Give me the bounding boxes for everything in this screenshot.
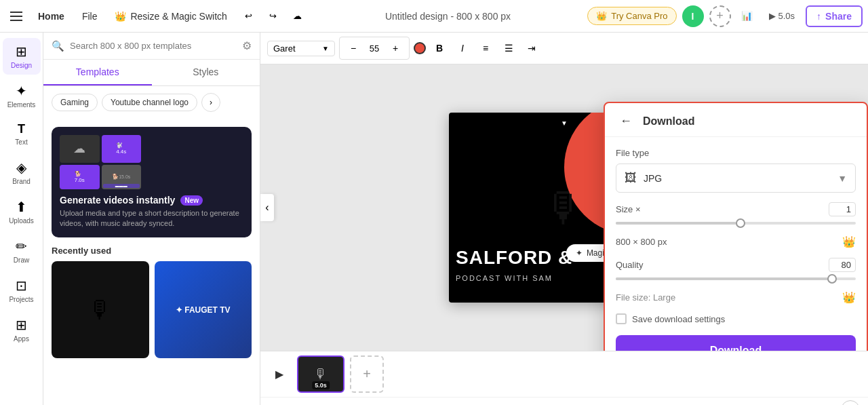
play-icon: ▶ <box>769 11 776 21</box>
left-panel: 🔍 ⚙ Templates Styles Gaming Youtube chan… <box>43 33 260 405</box>
color-picker[interactable] <box>414 42 426 54</box>
sidebar-label-uploads: Uploads <box>9 217 34 225</box>
file-type-selector[interactable]: 🖼 JPG ▼ <box>616 163 856 193</box>
new-badge: New <box>180 195 203 206</box>
size-slider-track <box>616 222 856 225</box>
timeline: ▶ 🎙 5.0s + 📝 Notes ⏱ Duration <box>260 351 868 405</box>
align-button[interactable]: ≡ <box>476 39 495 58</box>
generate-videos-card[interactable]: ☁ 🐩4.4s 🐕7.0s 🐕15.0s ▬▬▬ Generate videos… <box>52 127 252 237</box>
collapse-left-button[interactable]: ‹ <box>260 194 274 221</box>
tag-gaming[interactable]: Gaming <box>52 94 98 111</box>
play-time-display[interactable]: ▶ 5.0s <box>764 8 801 24</box>
bold-button[interactable]: B <box>430 39 449 58</box>
list-button[interactable]: ☰ <box>499 39 518 58</box>
font-size-decrease-button[interactable]: − <box>344 39 363 58</box>
apps-icon: ⊞ <box>16 317 27 333</box>
sidebar-label-elements: Elements <box>7 101 36 109</box>
quality-value[interactable]: 80 <box>829 258 856 272</box>
design-title: Untitled design - 800 x 800 px <box>313 11 583 22</box>
quality-slider-fill <box>616 277 832 280</box>
play-button[interactable]: ▶ <box>269 364 290 385</box>
try-pro-button[interactable]: 👑 Try Canva Pro <box>587 7 676 25</box>
canvas-salford-text: SALFORD & <box>456 247 572 269</box>
panel-header: ← Download <box>605 103 867 137</box>
tab-styles[interactable]: Styles <box>152 60 260 85</box>
grid-view-button[interactable]: ⊞ <box>792 400 811 405</box>
left-panel-content: ☁ 🐩4.4s 🐕7.0s 🐕15.0s ▬▬▬ Generate videos… <box>43 119 260 405</box>
format-bar: Garet ▼ − + B I ≡ ☰ ⇥ <box>260 33 868 64</box>
sidebar-item-apps[interactable]: ⊞ Apps <box>3 311 41 348</box>
recent-item-2[interactable]: ✦ FAUGET TV <box>155 261 252 359</box>
category-tags: Gaming Youtube channel logo › <box>43 86 260 119</box>
sidebar-item-brand[interactable]: ◈ Brand <box>3 154 41 191</box>
sidebar-item-projects[interactable]: ⊡ Projects <box>3 272 41 309</box>
design-icon: ⊞ <box>16 43 27 60</box>
home-button[interactable]: Home <box>31 7 71 26</box>
file-type-text: JPG <box>644 173 837 184</box>
draw-icon: ✏ <box>16 238 27 254</box>
font-chevron-icon: ▼ <box>322 45 329 52</box>
italic-button[interactable]: I <box>453 39 472 58</box>
undo-button[interactable]: ↩ <box>238 5 260 27</box>
sidebar-item-uploads[interactable]: ⬆ Uploads <box>3 193 41 230</box>
topbar-right-actions: 👑 Try Canva Pro I + 📊 ▶ 5.0s ↑ Share <box>587 5 863 27</box>
font-selector[interactable]: Garet ▼ <box>267 41 335 56</box>
preview-grid: ☁ 🐩4.4s 🐕7.0s 🐕15.0s ▬▬▬ <box>60 135 141 189</box>
sidebar-label-text: Text <box>15 138 27 146</box>
quality-slider-thumb[interactable] <box>827 274 837 284</box>
resize-magic-switch[interactable]: 👑 Resize & Magic Switch <box>108 7 233 26</box>
crown-icon: 👑 <box>842 291 856 304</box>
timeline-thumb-1[interactable]: 🎙 5.0s <box>297 355 344 393</box>
help-button[interactable]: ? <box>841 400 860 405</box>
sidebar-item-draw[interactable]: ✏ Draw <box>3 233 41 269</box>
view-controls: 🖥 41% ⊞ ⤢ ? <box>688 400 860 405</box>
add-team-button[interactable]: + <box>709 5 731 27</box>
sidebar-label-draw: Draw <box>14 256 29 264</box>
size-slider-fill <box>616 222 736 225</box>
panel-title: Download <box>643 115 694 128</box>
tag-youtube-channel-logo[interactable]: Youtube channel logo <box>102 94 197 111</box>
sidebar-label-projects: Projects <box>9 296 33 303</box>
search-input[interactable] <box>70 41 237 51</box>
thumb-duration-label: 5.0s <box>312 381 330 389</box>
search-bar: 🔍 ⚙ <box>43 33 260 60</box>
tag-next-arrow[interactable]: › <box>201 93 220 112</box>
font-size-control: − + <box>339 37 410 60</box>
cloud-save-button[interactable]: ☁ <box>287 5 309 27</box>
panel-back-button[interactable]: ← <box>616 113 636 130</box>
analytics-button[interactable]: 📊 <box>736 5 758 27</box>
uploads-icon: ⬆ <box>16 199 27 215</box>
user-avatar[interactable]: I <box>682 5 704 27</box>
font-size-increase-button[interactable]: + <box>386 39 405 58</box>
sidebar-item-text[interactable]: T Text <box>3 117 41 151</box>
redo-button[interactable]: ↪ <box>262 5 284 27</box>
menu-button[interactable] <box>5 5 27 27</box>
filesize-label: File size: Large <box>616 292 842 303</box>
add-slide-button[interactable]: + <box>350 355 384 393</box>
filter-icon[interactable]: ⚙ <box>242 39 252 52</box>
brand-icon: ◈ <box>16 159 26 176</box>
tab-templates[interactable]: Templates <box>43 60 152 85</box>
size-value[interactable]: 1 <box>829 202 856 216</box>
sidebar-label-apps: Apps <box>14 335 29 343</box>
preview-cell-1: ☁ <box>60 135 100 163</box>
download-button[interactable]: Download <box>616 335 856 351</box>
quality-row: Quality 80 <box>616 258 856 272</box>
file-menu[interactable]: File <box>75 7 104 26</box>
recently-used-label: Recently used <box>52 246 252 256</box>
generate-desc: Upload media and type a short descriptio… <box>60 208 243 229</box>
main-body: ⊞ Design ✦ Elements T Text ◈ Brand ⬆ Upl… <box>0 33 868 405</box>
save-settings-checkbox[interactable] <box>616 313 627 324</box>
recent-item-1[interactable]: 🎙 <box>52 261 149 359</box>
size-slider-thumb[interactable] <box>736 218 745 228</box>
sidebar-item-design[interactable]: ⊞ Design <box>3 38 41 75</box>
microphone-icon: 🎙 <box>544 185 585 231</box>
elements-icon: ✦ <box>16 83 27 99</box>
share-button[interactable]: ↑ Share <box>806 5 863 27</box>
fullscreen-button[interactable]: ⤢ <box>816 400 835 405</box>
sidebar-item-elements[interactable]: ✦ Elements <box>3 77 41 114</box>
size-row: Size × 1 <box>616 202 856 216</box>
indent-button[interactable]: ⇥ <box>522 39 541 58</box>
font-size-input[interactable] <box>364 43 384 54</box>
size-slider-row <box>616 222 856 230</box>
